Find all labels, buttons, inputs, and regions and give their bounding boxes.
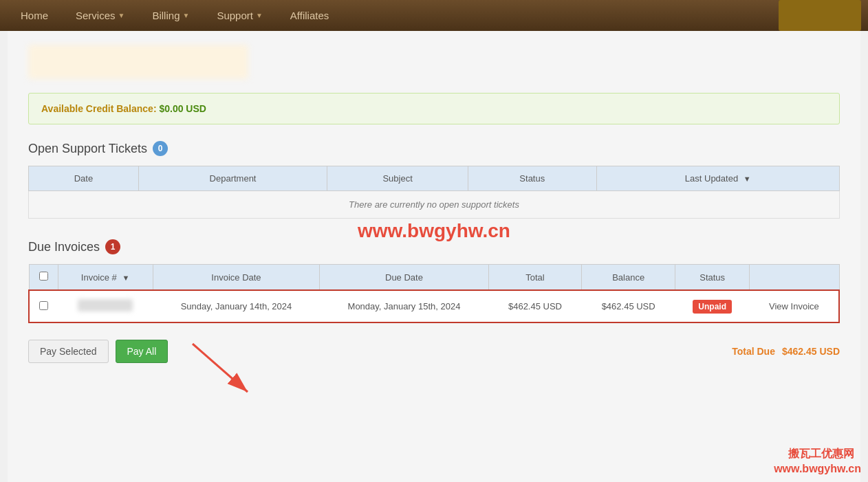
row-checkbox-cell — [29, 290, 58, 322]
status-badge: Unpaid — [693, 300, 732, 314]
col-balance: Balance — [582, 265, 675, 291]
total-due-label: Total Due — [732, 346, 775, 357]
services-arrow-icon: ▼ — [118, 12, 125, 19]
col-subject: Subject — [327, 166, 468, 191]
invoice-checkbox[interactable] — [39, 301, 48, 310]
invoice-number-cell — [58, 290, 153, 322]
support-arrow-icon: ▼ — [256, 12, 263, 19]
nav-services[interactable]: Services ▼ — [62, 0, 138, 31]
nav-billing[interactable]: Billing ▼ — [138, 0, 203, 31]
invoices-section-title: Due Invoices 1 — [28, 239, 840, 254]
invoices-table-header: Invoice # ▼ Invoice Date Due Date Total … — [29, 265, 839, 291]
invoice-date-cell: Sunday, January 14th, 2024 — [153, 290, 320, 322]
invoices-badge: 1 — [105, 239, 120, 254]
select-all-checkbox[interactable] — [39, 272, 48, 281]
support-empty-row: There are currently no open support tick… — [29, 191, 840, 219]
logo — [28, 45, 248, 79]
pay-all-button[interactable]: Pay All — [116, 340, 169, 363]
col-status: Status — [468, 166, 596, 191]
invoice-sort-icon: ▼ — [122, 274, 129, 282]
total-due-amount: $462.45 USD — [782, 346, 840, 357]
nav-home[interactable]: Home — [7, 0, 62, 31]
nav-affiliates[interactable]: Affiliates — [276, 0, 343, 31]
table-row: Sunday, January 14th, 2024 Monday, Janua… — [29, 290, 839, 322]
pay-selected-button[interactable]: Pay Selected — [28, 340, 109, 363]
support-section-title: Open Support Tickets 0 — [28, 141, 840, 156]
view-invoice-link[interactable]: View Invoice — [769, 301, 819, 311]
col-action — [750, 265, 839, 291]
col-due-date: Due Date — [320, 265, 488, 291]
invoice-status-cell: Unpaid — [675, 290, 750, 322]
col-last-updated[interactable]: Last Updated ▼ — [596, 166, 840, 191]
navbar: Home Services ▼ Billing ▼ Support ▼ Affi… — [0, 0, 868, 31]
invoice-number-blurred — [78, 299, 133, 311]
col-total: Total — [488, 265, 582, 291]
invoice-due-date-cell: Monday, January 15th, 2024 — [320, 290, 488, 322]
credit-amount: $0.00 USD — [159, 103, 206, 114]
billing-arrow-icon: ▼ — [182, 12, 189, 19]
support-table-header: Date Department Subject Status Last Upda… — [29, 166, 840, 191]
credit-label: Available Credit Balance: — [41, 103, 157, 114]
support-empty-message: There are currently no open support tick… — [29, 191, 840, 219]
col-invoice-num[interactable]: Invoice # ▼ — [58, 265, 153, 291]
sort-arrow-icon: ▼ — [744, 175, 751, 183]
due-invoices-section: Due Invoices 1 — [28, 239, 840, 363]
nav-account-button[interactable] — [779, 0, 861, 31]
col-date: Date — [29, 166, 139, 191]
col-department: Department — [138, 166, 327, 191]
invoices-table: Invoice # ▼ Invoice Date Due Date Total … — [28, 264, 840, 323]
support-tickets-table: Date Department Subject Status Last Upda… — [28, 166, 840, 219]
invoice-action-cell: View Invoice — [750, 290, 839, 322]
credit-balance-bar: Available Credit Balance: $0.00 USD — [28, 93, 840, 124]
support-tickets-section: Open Support Tickets 0 www.bwgyhw.cn Dat… — [28, 141, 840, 219]
support-badge: 0 — [153, 141, 168, 156]
nav-support[interactable]: Support ▼ — [203, 0, 276, 31]
invoice-total-cell: $462.45 USD — [488, 290, 582, 322]
invoice-balance-cell: $462.45 USD — [582, 290, 675, 322]
col-checkbox-header — [29, 265, 58, 291]
invoice-footer: Pay Selected Pay All Total Due $462.45 U… — [28, 340, 840, 363]
col-status: Status — [675, 265, 750, 291]
col-invoice-date: Invoice Date — [153, 265, 320, 291]
main-content: Available Credit Balance: $0.00 USD Open… — [8, 31, 860, 482]
